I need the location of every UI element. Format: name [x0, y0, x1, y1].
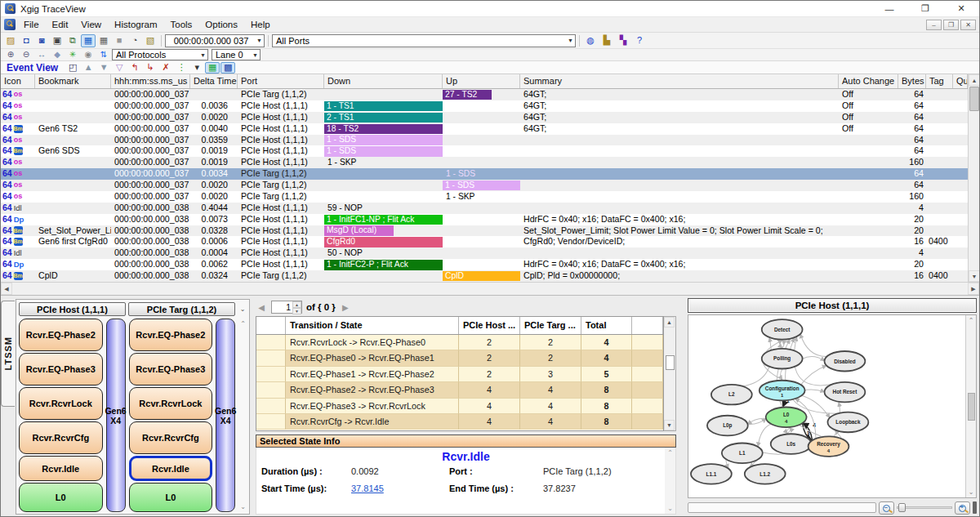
ltssm-node-loopback[interactable]: Loopback	[827, 412, 868, 433]
save-all-icon[interactable]: ⧉	[65, 34, 80, 47]
table-row[interactable]: 64os000:00:00.000_0370.0036PCIe Host (1,…	[1, 100, 968, 112]
zoom-fit-icon[interactable]: ↔	[34, 50, 49, 60]
ltssm-state-rcvr-eq-phase3[interactable]: Rcvr.EQ-Phase3	[129, 353, 213, 386]
table-row[interactable]: 64os000:00:00.000_0370.0359PCIe Host (1,…	[1, 135, 968, 146]
ltssm-scroll[interactable]: ⌃ ⌄	[238, 319, 247, 512]
view-compact-icon[interactable]: ▩	[220, 62, 235, 74]
restore-button[interactable]: ❐	[907, 1, 943, 16]
zoom-slider[interactable]	[897, 502, 952, 513]
menu-item-histogram[interactable]: Histogram	[108, 17, 163, 33]
next-event-icon[interactable]: ▼	[96, 62, 111, 74]
table-row[interactable]: 64os000:00:00.000_0370.0019PCIe Host (1,…	[1, 157, 968, 168]
table-row[interactable]: 64BmCplD000:00:00.000_0380.0324PCIe Targ…	[1, 270, 968, 282]
scroll-left-icon[interactable]: ◀	[1, 283, 12, 295]
stop-icon[interactable]: ■	[112, 34, 127, 47]
panel-grip[interactable]	[973, 501, 977, 514]
table-row[interactable]: 64os000:00:00.000_0370.0020PCIe Targ (1,…	[1, 180, 968, 191]
scroll-down-icon[interactable]: ▼	[664, 420, 675, 430]
column-header-tag[interactable]: Tag	[926, 74, 953, 88]
zoom-in-icon[interactable]: +	[955, 501, 970, 515]
spin-down-icon[interactable]: ▼	[292, 308, 301, 314]
scroll-track[interactable]	[12, 283, 968, 295]
transition-row[interactable]: Rcvr.EQ-Phase2 -> Rcvr.EQ-Phase3448	[256, 382, 663, 398]
scroll-down-icon[interactable]: ⌄	[240, 503, 246, 510]
ltssm-node-l12[interactable]: L1.2	[745, 464, 786, 484]
histogram-icon[interactable]: ▙	[599, 34, 614, 47]
table-row[interactable]: 64BmSet_Slot_Power_Limit000:00:00.000_03…	[1, 225, 968, 237]
slider-thumb[interactable]	[898, 503, 906, 512]
column-header-port[interactable]: Port	[238, 74, 324, 88]
ltssm-state-l0[interactable]: L0	[129, 483, 213, 512]
ltssm-state-rcvr-rcvrlock[interactable]: Rcvr.RcvrLock	[129, 387, 213, 420]
ltssm-node-l0[interactable]: L04	[766, 408, 807, 428]
ltssm-node-polling[interactable]: Polling	[762, 349, 803, 369]
transition-row[interactable]: Rcvr.EQ-Phase1 -> Rcvr.EQ-Phase2235	[256, 367, 663, 382]
mdi-close-button[interactable]: ✕	[960, 20, 976, 30]
diagram-hscrollbar[interactable]	[688, 502, 876, 513]
table-row[interactable]: 64Dp000:00:00.000_0380.0062PCIe Host (1,…	[1, 259, 968, 270]
ltssm-state-rcvr-eq-phase2[interactable]: Rcvr.EQ-Phase2	[19, 319, 103, 351]
scroll-right-icon[interactable]: ▶	[968, 283, 979, 295]
event-table-vscrollbar[interactable]: ▲ ▼	[968, 74, 979, 282]
ltssm-node-detect[interactable]: Detect	[762, 319, 803, 340]
scroll-thumb[interactable]	[666, 355, 675, 370]
table-row[interactable]: 64BmGen6 TS2000:00:00.000_0370.0040PCIe …	[1, 123, 968, 135]
ltssm-node-recovery[interactable]: Recovery4	[808, 436, 849, 457]
ltssm-state-l0[interactable]: L0	[19, 483, 103, 512]
transition-table-vscrollbar[interactable]: ▲ ▼	[664, 316, 676, 431]
menu-item-tools[interactable]: Tools	[163, 17, 198, 33]
selected-state-scrollbar[interactable]: ⌃ ⌄	[665, 448, 675, 514]
table-row[interactable]: 64Dp000:00:00.000_0380.0073PCIe Host (1,…	[1, 214, 968, 225]
table-row[interactable]: 64BmGen6 first CfgRd0000:00:00.000_0380.…	[1, 236, 968, 247]
ltssm-node-l2[interactable]: L2	[711, 385, 752, 405]
open-recent-icon[interactable]: ◙	[34, 34, 49, 47]
column-header-down[interactable]: Down	[324, 74, 443, 88]
scroll-thumb[interactable]	[969, 87, 979, 111]
mdi-minimize-button[interactable]: –	[926, 20, 942, 30]
open-icon[interactable]: ▨	[3, 34, 18, 47]
search-icon[interactable]: ◉	[81, 50, 96, 60]
transition-row[interactable]: Rcvr.EQ-Phase3 -> Rcvr.RcvrLock448	[256, 399, 663, 414]
zoom-out-icon[interactable]: ⊖	[19, 50, 33, 60]
transition-row[interactable]: Rcvr.RcvrCfg -> Rcvr.Idle448	[256, 414, 663, 430]
jump-back-icon[interactable]: ↰	[127, 62, 142, 74]
ports-combo[interactable]: All Ports ▼	[272, 34, 576, 47]
table-row[interactable]: 64os000:00:00.000_0370.0020PCIe Host (1,…	[1, 112, 968, 123]
menu-item-file[interactable]: File	[17, 17, 46, 33]
ltssm-node-l0s[interactable]: L0s	[771, 434, 812, 454]
column-header-delta-time[interactable]: Delta Time	[190, 74, 238, 88]
menu-item-help[interactable]: Help	[244, 17, 277, 33]
help-icon[interactable]: ?	[632, 34, 647, 47]
ltssm-node-config[interactable]: Configuration1	[760, 381, 805, 401]
scroll-up-icon[interactable]: ⌃	[240, 320, 246, 328]
ltssm-state-rcvr-rcvrcfg[interactable]: Rcvr.RcvrCfg	[19, 421, 103, 454]
scroll-up-icon[interactable]: ▲	[969, 74, 980, 86]
zoom-out-icon[interactable]: –	[879, 501, 894, 515]
scroll-down-icon[interactable]: ▼	[969, 270, 980, 282]
ltssm-header-host[interactable]: PCIe Host (1,1,1)	[19, 302, 126, 316]
column-header-icon[interactable]: Icon	[1, 74, 35, 88]
ltssm-node-l1[interactable]: L1	[722, 443, 763, 464]
save-icon[interactable]: ▣	[50, 34, 65, 47]
mdi-restore-button[interactable]: ❐	[943, 20, 959, 30]
ltssm-node-disabled[interactable]: Disabled	[825, 351, 866, 372]
column-header-auto-change[interactable]: Auto Change	[839, 74, 898, 88]
table-row[interactable]: 64os000:00:00.000_037PCIe Targ (1,1,2)27…	[1, 89, 968, 100]
ltssm-tab[interactable]: LTSSM	[1, 301, 15, 407]
grid-view-icon[interactable]: ▦	[96, 34, 111, 47]
table-row[interactable]: 64os000:00:00.000_0370.0020PCIe Targ (1,…	[1, 191, 968, 203]
table-row[interactable]: 64os000:00:00.000_0370.0034PCIe Targ (1,…	[1, 168, 968, 180]
table-row[interactable]: 64Idl000:00:00.000_0380.0004PCIe Host (1…	[1, 247, 968, 259]
scroll-up-icon[interactable]: ▲	[664, 317, 675, 328]
ltssm-node-hotreset[interactable]: Hot Reset	[825, 382, 866, 403]
column-header-up[interactable]: Up	[443, 74, 520, 88]
tag-icon[interactable]: ◆	[50, 50, 65, 60]
clock-icon[interactable]: ◔	[127, 34, 142, 47]
start-time-link[interactable]: 37.8145	[351, 484, 449, 493]
find-event-icon[interactable]: ◰	[65, 62, 80, 74]
jump-fwd-icon[interactable]: ↳	[143, 62, 158, 74]
diagram-vscrollbar[interactable]: ⌃ ⌄	[965, 315, 976, 497]
table-row[interactable]: 64BmGen6 SDS000:00:00.000_0370.0019PCIe …	[1, 145, 968, 157]
column-header-bookmark[interactable]: Bookmark	[35, 74, 111, 88]
menu-item-options[interactable]: Options	[198, 17, 244, 33]
